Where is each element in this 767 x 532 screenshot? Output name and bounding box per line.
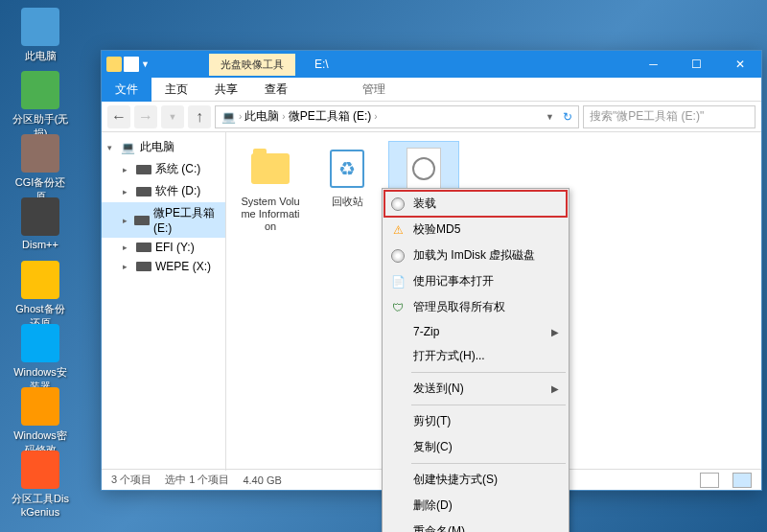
folder-icon <box>251 153 290 184</box>
menu-label: 管理员取得所有权 <box>413 299 505 315</box>
forward-button[interactable]: → <box>134 105 157 128</box>
desktop-icon[interactable]: Windows安装器 <box>12 324 69 394</box>
menu-label: 重命名(M) <box>413 523 465 532</box>
icons-view-button[interactable] <box>732 473 752 488</box>
context-menu-item[interactable]: 打开方式(H)... <box>384 343 567 369</box>
ribbon-file[interactable]: 文件 <box>102 78 151 102</box>
selected-count: 选中 1 个项目 <box>165 473 229 487</box>
menu-separator <box>411 405 566 405</box>
menu-label: 校验MD5 <box>413 221 460 238</box>
tree-label: 此电脑 <box>140 139 174 155</box>
app-icon <box>21 197 59 236</box>
context-menu-item[interactable]: 创建快捷方式(S) <box>384 467 567 493</box>
menu-label: 加载为 ImDisk 虚拟磁盘 <box>413 247 535 264</box>
ribbon-tabs: 文件 主页 共享 查看 管理 <box>102 78 761 102</box>
drive-icon <box>136 260 151 273</box>
drive-icon <box>136 185 151 198</box>
tree-drive-item[interactable]: ▸微PE工具箱 (E:) <box>102 202 225 238</box>
menu-label: 使用记事本打开 <box>413 273 494 289</box>
desktop-icon-label: 分区工具DiskGenius <box>12 492 69 518</box>
refresh-icon[interactable]: ↻ <box>563 110 572 124</box>
shield-icon: 🛡 <box>390 300 406 315</box>
search-input[interactable]: 搜索"微PE工具箱 (E:)" <box>583 105 755 128</box>
context-menu-item[interactable]: 装载 <box>384 191 567 217</box>
minimize-button[interactable]: ─ <box>632 51 675 78</box>
context-menu-item[interactable]: 加载为 ImDisk 虚拟磁盘 <box>384 243 567 268</box>
menu-label: 7-Zip <box>413 325 439 338</box>
collapse-icon[interactable]: ▾ <box>107 143 117 152</box>
desktop-icon[interactable]: Dism++ <box>12 197 69 250</box>
menu-label: 打开方式(H)... <box>413 348 485 364</box>
app-icon <box>21 134 59 173</box>
file-item[interactable]: System Volume Information <box>236 142 305 238</box>
tree-drive-item[interactable]: ▸WEPE (X:) <box>102 257 225 276</box>
desktop-icon[interactable]: 分区工具DiskGenius <box>12 451 69 518</box>
expand-icon[interactable]: ▸ <box>123 165 132 174</box>
details-view-button[interactable] <box>700 473 719 488</box>
tree-label: 微PE工具箱 (E:) <box>153 205 220 235</box>
context-menu-item[interactable]: 📄使用记事本打开 <box>384 268 567 294</box>
drive-icon <box>134 214 150 227</box>
back-button[interactable]: ← <box>107 105 130 128</box>
context-menu-item[interactable]: 发送到(N)▶ <box>384 376 567 402</box>
pc-icon: 💻 <box>221 110 236 124</box>
context-menu-item[interactable]: 🛡管理员取得所有权 <box>384 294 567 320</box>
context-menu-item[interactable]: 剪切(T) <box>384 408 567 434</box>
disc-icon <box>390 248 406 264</box>
tree-label: 系统 (C:) <box>155 161 200 177</box>
breadcrumb-dropdown-icon[interactable]: ▼ <box>546 112 554 122</box>
ribbon-manage[interactable]: 管理 <box>349 78 399 102</box>
tree-drive-item[interactable]: ▸系统 (C:) <box>102 158 225 180</box>
selected-size: 4.40 GB <box>243 474 281 486</box>
chevron-right-icon: › <box>374 111 377 122</box>
expand-icon[interactable]: ▸ <box>123 243 132 252</box>
chevron-right-icon: ▶ <box>551 327 559 337</box>
drive-tools-tab[interactable]: 光盘映像工具 <box>209 54 295 76</box>
menu-label: 复制(C) <box>413 439 453 455</box>
nav-toolbar: ← → ▼ ↑ 💻 › 此电脑 › 微PE工具箱 (E:) › ▼ ↻ 搜索"微… <box>102 102 761 132</box>
window-title: E:\ <box>295 58 632 71</box>
desktop-icon[interactable]: 此电脑 <box>12 8 69 63</box>
ribbon-share[interactable]: 共享 <box>201 78 251 102</box>
app-icon <box>21 387 59 426</box>
desktop-icon[interactable]: CGI备份还原 <box>12 134 69 204</box>
up-button[interactable]: ↑ <box>188 105 211 128</box>
drive-icon <box>136 241 151 254</box>
close-button[interactable]: ✕ <box>718 51 761 78</box>
breadcrumb-root[interactable]: 此电脑 <box>244 108 279 125</box>
tree-drive-item[interactable]: ▸软件 (D:) <box>102 180 225 202</box>
recent-dropdown[interactable]: ▼ <box>161 105 184 128</box>
expand-icon[interactable]: ▸ <box>123 216 130 225</box>
context-menu-item[interactable]: ⚠校验MD5 <box>384 217 567 243</box>
breadcrumb[interactable]: 💻 › 此电脑 › 微PE工具箱 (E:) › ▼ ↻ <box>215 105 579 128</box>
expand-icon[interactable]: ▸ <box>123 262 132 271</box>
ribbon-home[interactable]: 主页 <box>151 78 201 102</box>
context-menu-item[interactable]: 重命名(M) <box>384 519 567 532</box>
menu-label: 剪切(T) <box>413 413 451 429</box>
notepad-icon: 📄 <box>390 274 406 289</box>
ribbon-view[interactable]: 查看 <box>251 78 301 102</box>
tree-drive-item[interactable]: ▸EFI (Y:) <box>102 238 225 257</box>
context-menu-item[interactable]: 删除(D) <box>384 493 567 519</box>
recycle-bin-icon: ♻ <box>330 150 364 188</box>
context-menu-item[interactable]: 7-Zip▶ <box>384 320 567 343</box>
chevron-right-icon: › <box>239 111 242 122</box>
menu-label: 删除(D) <box>413 497 453 514</box>
titlebar[interactable]: ▼ 光盘映像工具 E:\ ─ ☐ ✕ <box>102 51 761 78</box>
quick-access-icon[interactable] <box>124 57 139 72</box>
dropdown-icon[interactable]: ▼ <box>141 57 156 72</box>
tree-this-pc[interactable]: ▾ 💻 此电脑 <box>102 136 225 158</box>
maximize-button[interactable]: ☐ <box>675 51 718 78</box>
desktop-icon[interactable]: Ghost备份还原 <box>12 261 69 331</box>
folder-icon <box>106 57 122 72</box>
item-count: 3 个项目 <box>111 473 151 487</box>
expand-icon[interactable]: ▸ <box>123 187 132 197</box>
desktop-icon[interactable]: 分区助手(无损) <box>12 71 69 141</box>
desktop-icon[interactable]: Windows密码修改 <box>12 387 69 457</box>
file-name: 回收站 <box>316 196 378 208</box>
breadcrumb-current[interactable]: 微PE工具箱 (E:) <box>289 108 372 125</box>
menu-separator <box>411 463 566 464</box>
context-menu-item[interactable]: 复制(C) <box>384 434 567 460</box>
file-item[interactable]: ♻回收站 <box>313 142 382 212</box>
disc-icon <box>390 197 406 212</box>
